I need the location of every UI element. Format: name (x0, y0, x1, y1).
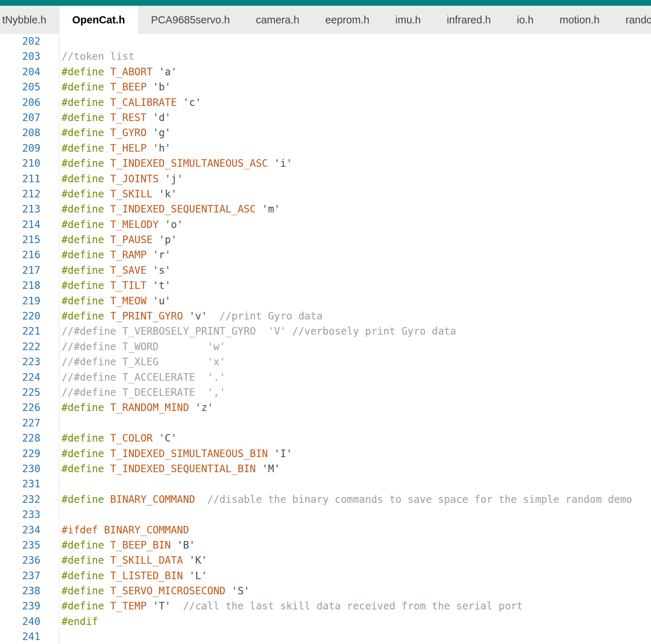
code-line-210[interactable]: 210#define T_INDEXED_SIMULTANEOUS_ASC 'i… (0, 156, 651, 171)
code-text: #define T_PAUSE 'p' (59, 232, 651, 247)
code-line-217[interactable]: 217#define T_SAVE 's' (0, 263, 651, 278)
code-line-235[interactable]: 235#define T_BEEP_BIN 'B' (0, 538, 651, 553)
code-line-226[interactable]: 226#define T_RANDOM_MIND 'z' (0, 400, 651, 415)
code-text: #define T_BEEP_BIN 'B' (59, 538, 651, 553)
code-text: #define T_INDEXED_SEQUENTIAL_BIN 'M' (59, 461, 651, 477)
line-number: 207 (0, 110, 59, 125)
code-line-229[interactable]: 229#define T_INDEXED_SIMULTANEOUS_BIN 'I… (0, 446, 651, 461)
code-line-223[interactable]: 223//#define T_XLEG 'x' (0, 354, 651, 370)
tab-infrared-h[interactable]: infrared.h (434, 6, 504, 34)
code-line-221[interactable]: 221//#define T_VERBOSELY_PRINT_GYRO 'V' … (0, 324, 651, 339)
code-text: #define T_RANDOM_MIND 'z' (59, 400, 651, 415)
line-number: 229 (0, 446, 59, 461)
line-number: 215 (0, 232, 59, 247)
code-line-222[interactable]: 222//#define T_WORD 'w' (0, 339, 651, 354)
code-line-204[interactable]: 204#define T_ABORT 'a' (0, 64, 651, 80)
code-line-237[interactable]: 237#define T_LISTED_BIN 'L' (0, 568, 651, 583)
code-line-215[interactable]: 215#define T_PAUSE 'p' (0, 232, 651, 247)
code-line-238[interactable]: 238#define T_SERVO_MICROSECOND 'S' (0, 583, 651, 599)
code-line-219[interactable]: 219#define T_MEOW 'u' (0, 294, 651, 309)
code-text: #define T_SAVE 's' (59, 263, 651, 278)
tab-randommind-h[interactable]: randomMind.h (612, 6, 651, 34)
code-text: #define T_CALIBRATE 'c' (59, 95, 651, 110)
code-line-203[interactable]: 203//token list (0, 49, 651, 64)
code-text: #define T_REST 'd' (59, 110, 651, 125)
code-text: #define T_SKILL 'k' (59, 187, 651, 202)
tab-motion-h[interactable]: motion.h (547, 6, 612, 34)
line-number: 212 (0, 187, 59, 202)
code-text: #define T_HELP 'h' (59, 141, 651, 156)
line-number: 213 (0, 202, 59, 217)
code-text (59, 507, 651, 522)
code-line-231[interactable]: 231 (0, 477, 651, 492)
code-line-240[interactable]: 240#endif (0, 614, 651, 629)
line-number: 233 (0, 507, 59, 522)
code-line-206[interactable]: 206#define T_CALIBRATE 'c' (0, 95, 651, 110)
line-number: 228 (0, 431, 59, 446)
code-line-214[interactable]: 214#define T_MELODY 'o' (0, 217, 651, 232)
code-line-212[interactable]: 212#define T_SKILL 'k' (0, 187, 651, 202)
line-number: 232 (0, 492, 59, 507)
code-text: //#define T_DECELERATE ',' (59, 385, 651, 400)
line-number: 205 (0, 80, 59, 95)
code-text: #define T_GYRO 'g' (59, 125, 651, 140)
tab-camera-h[interactable]: camera.h (243, 6, 312, 34)
code-line-224[interactable]: 224//#define T_ACCELERATE '.' (0, 370, 651, 385)
line-number: 202 (0, 34, 59, 49)
line-number: 224 (0, 370, 59, 385)
code-text (59, 34, 651, 49)
code-line-208[interactable]: 208#define T_GYRO 'g' (0, 125, 651, 140)
line-number: 222 (0, 339, 59, 354)
line-number: 235 (0, 538, 59, 553)
tab-tnybble-h[interactable]: tNybble.h (0, 6, 59, 34)
code-text: #define T_PRINT_GYRO 'v' //print Gyro da… (59, 309, 651, 324)
code-line-234[interactable]: 234#ifdef BINARY_COMMAND (0, 523, 651, 538)
tab-bar: tNybble.hOpenCat.hPCA9685servo.hcamera.h… (0, 6, 651, 34)
code-line-209[interactable]: 209#define T_HELP 'h' (0, 141, 651, 156)
code-line-225[interactable]: 225//#define T_DECELERATE ',' (0, 385, 651, 400)
line-number: 210 (0, 156, 59, 171)
line-number: 230 (0, 461, 59, 477)
code-text: //#define T_ACCELERATE '.' (59, 370, 651, 385)
code-line-218[interactable]: 218#define T_TILT 't' (0, 278, 651, 293)
code-text (59, 416, 651, 431)
code-line-241[interactable]: 241 (0, 629, 651, 644)
code-line-228[interactable]: 228#define T_COLOR 'C' (0, 431, 651, 446)
window-top-bar (0, 0, 651, 6)
code-editor[interactable]: 202203//token list204#define T_ABORT 'a'… (0, 34, 651, 644)
code-line-220[interactable]: 220#define T_PRINT_GYRO 'v' //print Gyro… (0, 309, 651, 324)
code-text: #define T_BEEP 'b' (59, 80, 651, 95)
tab-io-h[interactable]: io.h (504, 6, 547, 34)
code-text: #define T_INDEXED_SIMULTANEOUS_BIN 'I' (59, 446, 651, 461)
code-line-202[interactable]: 202 (0, 34, 651, 49)
tab-imu-h[interactable]: imu.h (382, 6, 434, 34)
code-line-233[interactable]: 233 (0, 507, 651, 522)
code-line-213[interactable]: 213#define T_INDEXED_SEQUENTIAL_ASC 'm' (0, 202, 651, 217)
line-number: 203 (0, 49, 59, 64)
line-number: 217 (0, 263, 59, 278)
code-text: #ifdef BINARY_COMMAND (59, 523, 651, 538)
code-line-211[interactable]: 211#define T_JOINTS 'j' (0, 171, 651, 187)
code-text: //#define T_WORD 'w' (59, 339, 651, 354)
code-line-216[interactable]: 216#define T_RAMP 'r' (0, 247, 651, 263)
code-line-232[interactable]: 232#define BINARY_COMMAND //disable the … (0, 492, 651, 507)
code-line-230[interactable]: 230#define T_INDEXED_SEQUENTIAL_BIN 'M' (0, 461, 651, 477)
line-number: 240 (0, 614, 59, 629)
line-number: 223 (0, 354, 59, 370)
code-text: #define T_SERVO_MICROSECOND 'S' (59, 583, 651, 599)
code-line-205[interactable]: 205#define T_BEEP 'b' (0, 80, 651, 95)
line-number: 209 (0, 141, 59, 156)
tab-opencat-h[interactable]: OpenCat.h (59, 6, 138, 34)
code-text (59, 629, 651, 644)
code-line-239[interactable]: 239#define T_TEMP 'T' //call the last sk… (0, 599, 651, 614)
line-number: 204 (0, 64, 59, 80)
code-line-236[interactable]: 236#define T_SKILL_DATA 'K' (0, 553, 651, 568)
tab-pca9685servo-h[interactable]: PCA9685servo.h (138, 6, 243, 34)
code-text: #define T_TILT 't' (59, 278, 651, 293)
line-number: 231 (0, 477, 59, 492)
line-number: 206 (0, 95, 59, 110)
code-line-207[interactable]: 207#define T_REST 'd' (0, 110, 651, 125)
code-line-227[interactable]: 227 (0, 416, 651, 431)
code-text (59, 477, 651, 492)
tab-eeprom-h[interactable]: eeprom.h (312, 6, 382, 34)
